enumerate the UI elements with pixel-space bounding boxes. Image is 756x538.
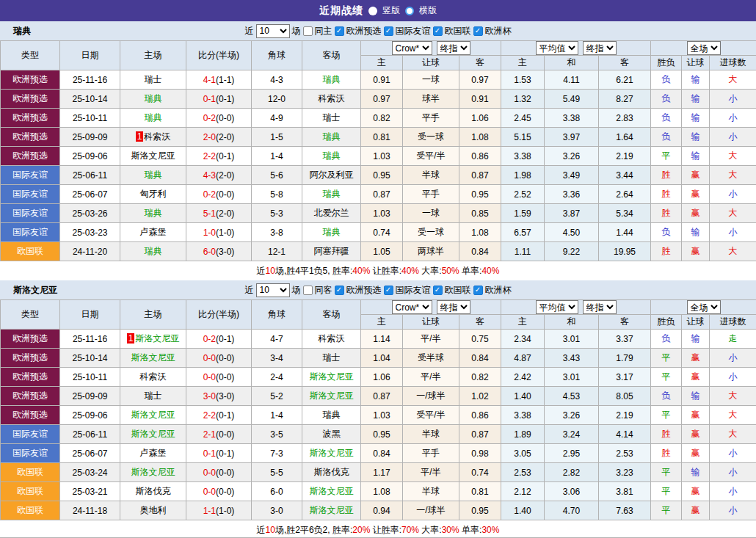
table-row: 国际友谊25-06-07匈牙利0-2(0-0)5-8瑞典0.87平手0.952.… xyxy=(1,185,756,204)
crow-home-odds: 0.95 xyxy=(361,166,403,185)
match-count-select[interactable]: 10 xyxy=(256,283,290,297)
crow-away-odds: 0.98 xyxy=(459,444,501,463)
fulltime-score: 4-1 xyxy=(203,75,216,85)
fulltime-score: 0-2 xyxy=(203,334,216,344)
vertical-layout-label[interactable]: 竖版 xyxy=(382,4,400,17)
winloss-result: 负 xyxy=(651,90,682,109)
goals-result: 走 xyxy=(710,330,756,349)
same-venue-checkbox[interactable] xyxy=(303,26,313,36)
rank-badge: 1 xyxy=(136,131,144,142)
crow-away-odds: 0.97 xyxy=(459,70,501,90)
avg-home-odds: 3.05 xyxy=(501,444,545,463)
col-header-5: 客场 xyxy=(302,41,361,70)
summary-segment: 单率: xyxy=(459,266,482,276)
league-label-3: 欧洲杯 xyxy=(485,284,512,297)
final-index-select-2[interactable]: 终指 xyxy=(583,41,617,55)
horizontal-layout-label[interactable]: 横版 xyxy=(419,4,437,17)
avg-draw-odds: 5.49 xyxy=(545,90,599,109)
halftime-score: (0-0) xyxy=(216,189,234,200)
league-checkbox-2[interactable]: ✓ xyxy=(433,26,443,36)
summary-segment: 10 xyxy=(266,525,275,535)
avg-home-odds: 1.98 xyxy=(501,166,545,185)
corner-count: 3-0 xyxy=(252,501,302,520)
home-team: 瑞典 xyxy=(120,90,186,109)
goals-result: 小 xyxy=(710,349,756,368)
handicap-line: 受一球 xyxy=(403,128,459,147)
crow-select[interactable]: Crow* xyxy=(392,41,432,55)
full-match-select[interactable]: 全场 xyxy=(687,41,721,55)
table-row: 欧洲预选25-11-161斯洛文尼亚0-2(0-1)4-7科索沃1.14平/半0… xyxy=(1,330,756,349)
same-venue-label: 同主 xyxy=(315,25,332,37)
handicap-line: 平/半 xyxy=(403,463,459,482)
sub-header-4: 和 xyxy=(545,315,599,330)
league-checkbox-0[interactable]: ✓ xyxy=(335,286,344,295)
match-type: 国际友谊 xyxy=(1,204,60,223)
away-team: 瑞典 xyxy=(302,70,361,90)
goals-result: 小 xyxy=(710,444,756,463)
league-checkbox-1[interactable]: ✓ xyxy=(384,286,393,295)
team-sections: 瑞典近10场同主✓欧洲预选✓国际友谊✓欧国联✓欧洲杯类型日期主场比分(半场)角球… xyxy=(0,21,756,538)
home-team-name: 斯洛文尼亚 xyxy=(131,467,175,477)
league-label-1: 国际友谊 xyxy=(396,25,431,37)
crow-home-odds: 1.08 xyxy=(361,482,403,501)
average-select[interactable]: 平均值 xyxy=(536,41,578,55)
winloss-result: 平 xyxy=(651,482,682,501)
home-team-name: 匈牙利 xyxy=(140,189,167,199)
average-select[interactable]: 平均值 xyxy=(536,300,578,314)
match-type: 欧洲预选 xyxy=(1,349,60,368)
handicap-result: 输 xyxy=(682,147,710,166)
league-checkbox-0[interactable]: ✓ xyxy=(335,26,344,36)
sub-header-4: 和 xyxy=(545,56,599,70)
avg-home-odds: 2.45 xyxy=(501,109,545,128)
away-team: 波黑 xyxy=(302,425,361,444)
match-type: 欧洲预选 xyxy=(1,90,60,109)
table-header: 类型日期主场比分(半场)角球客场Crow*终指平均值终指全场主让球客主和客胜负让… xyxy=(1,300,756,330)
final-index-select-1[interactable]: 终指 xyxy=(437,41,470,55)
away-team: 瑞典 xyxy=(302,223,361,242)
fulltime-score: 0-0 xyxy=(203,487,216,497)
summary-segment: 单率: xyxy=(459,525,482,535)
crow-away-odds: 0.86 xyxy=(459,147,501,166)
summary-segment: 大率: xyxy=(419,525,442,535)
table-row: 欧洲预选25-09-06斯洛文尼亚2-2(0-1)1-4瑞典1.03受平/半0.… xyxy=(1,147,756,166)
summary-segment: 近 xyxy=(257,525,266,535)
summary-line: 近10场,胜4平1负5, 胜率:40% 让胜率:40% 大率:50% 单率:40… xyxy=(0,261,756,280)
away-team: 瑞典 xyxy=(302,185,361,204)
handicap-line: 平手 xyxy=(403,185,459,204)
match-date: 25-06-07 xyxy=(60,444,120,463)
match-count-select[interactable]: 10 xyxy=(256,24,290,38)
home-team-name: 奥地利 xyxy=(140,505,167,515)
league-checkbox-3[interactable]: ✓ xyxy=(473,26,483,36)
crow-away-odds: 1.02 xyxy=(459,387,501,406)
league-label-3: 欧洲杯 xyxy=(485,25,512,37)
corner-count: 5-2 xyxy=(252,387,302,406)
col-header-0: 类型 xyxy=(1,300,60,330)
horizontal-layout-radio[interactable] xyxy=(405,7,414,15)
halftime-score: (2-0) xyxy=(216,170,234,181)
average-dropdown-group: 平均值终指 xyxy=(501,41,651,56)
crow-home-odds: 1.03 xyxy=(361,204,403,223)
away-team: 瑞士 xyxy=(302,349,361,368)
league-checkbox-1[interactable]: ✓ xyxy=(384,26,393,36)
fulltime-score: 2-2 xyxy=(203,410,216,421)
match-date: 24-11-20 xyxy=(60,242,120,261)
winloss-result: 负 xyxy=(651,70,682,90)
crow-away-odds: 0.95 xyxy=(459,185,501,204)
summary-segment: 30% xyxy=(481,525,499,535)
final-index-select-2[interactable]: 终指 xyxy=(583,300,617,314)
full-match-select[interactable]: 全场 xyxy=(687,300,721,314)
handicap-line: 平/半 xyxy=(403,330,459,349)
vertical-layout-radio[interactable] xyxy=(368,7,377,15)
league-checkbox-3[interactable]: ✓ xyxy=(473,286,483,295)
league-checkbox-2[interactable]: ✓ xyxy=(433,286,443,295)
match-date: 25-06-07 xyxy=(60,185,120,204)
match-date: 25-03-21 xyxy=(60,482,120,501)
same-venue-checkbox[interactable] xyxy=(303,286,313,295)
handicap-line: 平手 xyxy=(403,109,459,128)
goals-result: 大 xyxy=(710,425,756,444)
fullmatch-dropdown-group: 全场 xyxy=(651,300,756,315)
score: 0-2(0-0) xyxy=(186,185,252,204)
summary-segment: 40% xyxy=(352,266,370,276)
crow-select[interactable]: Crow* xyxy=(392,300,432,314)
final-index-select-1[interactable]: 终指 xyxy=(437,300,470,314)
